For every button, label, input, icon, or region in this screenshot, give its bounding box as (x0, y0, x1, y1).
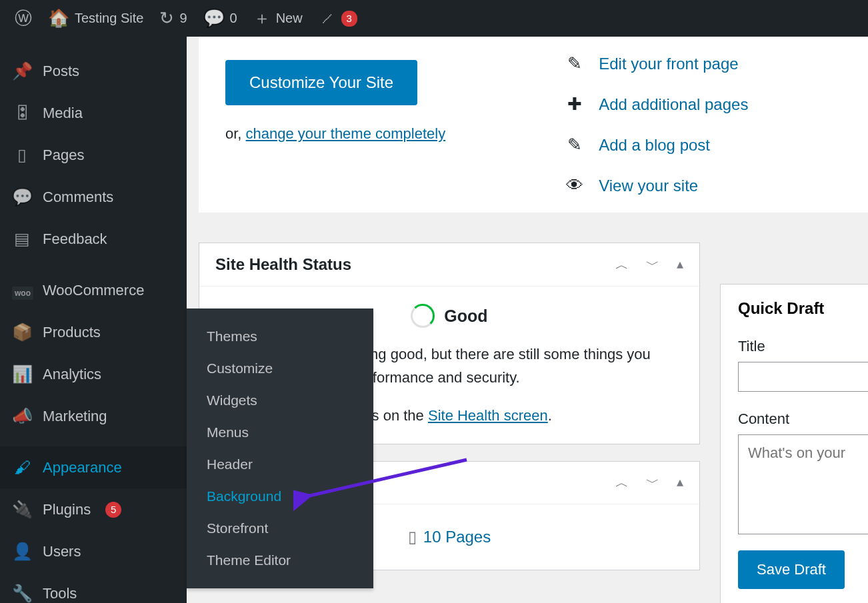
panel-up-icon[interactable]: ︿ (615, 256, 629, 274)
page-icon: ▯ (12, 145, 32, 165)
menu-posts[interactable]: 📌Posts (0, 50, 187, 92)
comment-icon: 💬 (12, 187, 32, 207)
site-name: Testing Site (75, 11, 143, 26)
menu-plugins[interactable]: 🔌Plugins5 (0, 488, 187, 530)
products-icon: 📦 (12, 322, 32, 342)
menu-appearance[interactable]: 🖌Appearance (0, 446, 187, 488)
menu-woocommerce[interactable]: wooWooCommerce (0, 269, 187, 311)
wp-logo[interactable]: ⓦ (7, 0, 40, 37)
plus-icon: ✚ (565, 94, 584, 115)
megaphone-icon: 📣 (12, 406, 32, 426)
submenu-header[interactable]: Header (187, 448, 373, 480)
add-pages-link[interactable]: ✚Add additional pages (565, 94, 748, 115)
update-icon: ↻ (159, 8, 174, 29)
home-icon: 🏠 (48, 8, 69, 29)
plugin-icon: 🔌 (12, 500, 32, 519)
quick-draft-title: Quick Draft (738, 299, 868, 318)
edit-front-page-link[interactable]: ✎Edit your front page (565, 53, 748, 74)
media-icon: 🎛 (12, 103, 32, 123)
panel-toggle-icon[interactable]: ▴ (677, 474, 683, 492)
comment-icon: 💬 (203, 8, 225, 29)
plugins-count-badge: 5 (105, 502, 121, 518)
site-health-screen-link[interactable]: Site Health screen (428, 407, 548, 424)
submenu-background[interactable]: Background (187, 480, 373, 512)
menu-analytics[interactable]: 📊Analytics (0, 353, 187, 395)
save-draft-button[interactable]: Save Draft (738, 550, 845, 589)
notification-badge: 3 (341, 11, 357, 27)
panel-down-icon[interactable]: ﹀ (646, 474, 659, 492)
change-theme-line: or, change your theme completely (225, 125, 445, 143)
wrench-icon: 🔧 (12, 584, 32, 603)
submenu-theme-editor[interactable]: Theme Editor (187, 544, 373, 576)
new-content-link[interactable]: ＋New (245, 0, 311, 37)
appearance-submenu: Themes Customize Widgets Menus Header Ba… (187, 308, 373, 588)
brush-icon: 🖌 (12, 458, 32, 477)
customize-site-button[interactable]: Customize Your Site (225, 60, 417, 105)
draft-content-label: Content (738, 410, 868, 428)
menu-products[interactable]: 📦Products (0, 311, 187, 353)
menu-users[interactable]: 👤Users (0, 530, 187, 572)
draft-content-textarea[interactable] (738, 434, 868, 534)
view-site-link[interactable]: 👁View your site (565, 175, 748, 196)
comments-link[interactable]: 💬0 (195, 0, 245, 37)
woo-icon: woo (12, 281, 32, 300)
analytics-icon: 📊 (12, 364, 32, 384)
submenu-storefront[interactable]: Storefront (187, 512, 373, 544)
draft-title-label: Title (738, 338, 868, 355)
add-blog-post-link[interactable]: ✎Add a blog post (565, 135, 748, 155)
pages-icon: ▯ (408, 528, 417, 546)
plus-icon: ＋ (253, 7, 271, 30)
site-health-title: Site Health Status (215, 255, 351, 274)
health-circle-icon (411, 304, 435, 328)
health-status: Good (444, 302, 487, 329)
submenu-menus[interactable]: Menus (187, 416, 373, 448)
panel-toggle-icon[interactable]: ▴ (677, 256, 683, 274)
view-icon: 👁 (565, 175, 584, 196)
wordpress-icon: ⓦ (15, 7, 32, 30)
draft-title-input[interactable] (738, 362, 868, 392)
menu-comments[interactable]: 💬Comments (0, 176, 187, 218)
panel-down-icon[interactable]: ﹀ (646, 256, 659, 274)
edit-icon: ✎ (565, 135, 584, 155)
comments-count: 0 (230, 11, 237, 26)
menu-media[interactable]: 🎛Media (0, 92, 187, 134)
site-name-link[interactable]: 🏠Testing Site (40, 0, 151, 37)
change-theme-link[interactable]: change your theme completely (246, 125, 446, 142)
new-label: New (276, 11, 303, 26)
user-icon: 👤 (12, 542, 32, 561)
yoast-link[interactable]: ⟋3 (311, 0, 365, 37)
updates-link[interactable]: ↻9 (151, 0, 195, 37)
panel-up-icon[interactable]: ︿ (615, 474, 629, 492)
menu-marketing[interactable]: 📣Marketing (0, 395, 187, 437)
submenu-widgets[interactable]: Widgets (187, 384, 373, 416)
feedback-icon: ▤ (12, 229, 32, 249)
edit-icon: ✎ (565, 53, 584, 74)
pages-count-link[interactable]: 10 Pages (423, 528, 491, 546)
updates-count: 9 (179, 11, 187, 26)
welcome-panel: Customize Your Site or, change your them… (199, 37, 868, 213)
admin-sidebar: 📌Posts 🎛Media ▯Pages 💬Comments ▤Feedback… (0, 37, 187, 603)
pin-icon: 📌 (12, 61, 32, 81)
submenu-customize[interactable]: Customize (187, 352, 373, 384)
quick-draft-panel: Quick Draft Title Content Save Draft (720, 284, 868, 603)
yoast-icon: ⟋ (319, 8, 336, 29)
menu-pages[interactable]: ▯Pages (0, 134, 187, 176)
submenu-themes[interactable]: Themes (187, 320, 373, 352)
menu-feedback[interactable]: ▤Feedback (0, 218, 187, 260)
menu-tools[interactable]: 🔧Tools (0, 572, 187, 603)
